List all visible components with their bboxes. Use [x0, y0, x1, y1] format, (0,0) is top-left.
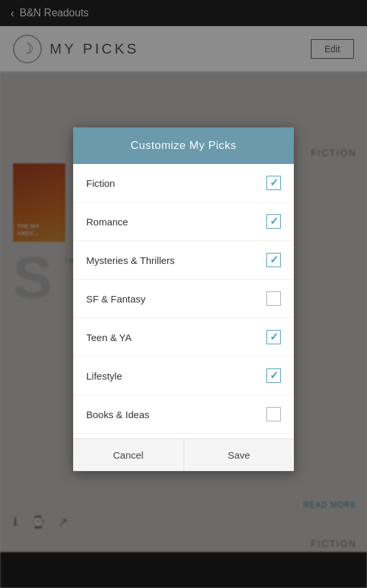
- checkbox-fiction[interactable]: ✓: [266, 176, 281, 190]
- dialog-item-romance[interactable]: Romance✓: [73, 203, 294, 241]
- save-button[interactable]: Save: [184, 439, 295, 471]
- dialog-item-books-ideas[interactable]: Books & Ideas: [73, 395, 294, 434]
- checkbox-books-ideas[interactable]: [266, 407, 281, 421]
- item-label-books-ideas: Books & Ideas: [86, 409, 150, 420]
- dialog-item-mysteries-thrillers[interactable]: Mysteries & Thrillers✓: [73, 241, 294, 280]
- dialog-header: Customize My Picks: [73, 127, 294, 164]
- checkmark-teen-ya: ✓: [270, 332, 278, 342]
- checkbox-mysteries-thrillers[interactable]: ✓: [266, 253, 281, 267]
- dialog-footer: Cancel Save: [73, 438, 294, 471]
- item-label-mysteries-thrillers: Mysteries & Thrillers: [86, 255, 175, 266]
- item-label-fiction: Fiction: [86, 178, 115, 189]
- customize-dialog: Customize My Picks Fiction✓Romance✓Myste…: [73, 127, 294, 471]
- item-label-sf-fantasy: SF & Fantasy: [86, 293, 146, 304]
- dialog-item-fiction[interactable]: Fiction✓: [73, 164, 294, 203]
- cancel-button[interactable]: Cancel: [73, 439, 184, 471]
- dialog-item-sf-fantasy[interactable]: SF & Fantasy: [73, 280, 294, 318]
- checkmark-mysteries-thrillers: ✓: [270, 255, 278, 265]
- item-label-lifestyle: Lifestyle: [86, 370, 122, 382]
- checkbox-teen-ya[interactable]: ✓: [266, 330, 281, 344]
- checkmark-lifestyle: ✓: [270, 370, 278, 381]
- dialog-body: Fiction✓Romance✓Mysteries & Thrillers✓SF…: [73, 164, 294, 438]
- dialog-title: Customize My Picks: [131, 139, 236, 152]
- checkmark-romance: ✓: [270, 216, 278, 227]
- dialog-item-lifestyle[interactable]: Lifestyle✓: [73, 357, 294, 395]
- checkbox-lifestyle[interactable]: ✓: [266, 368, 281, 383]
- dialog-item-science-tech[interactable]: Science & Tech: [73, 434, 294, 438]
- dialog-item-teen-ya[interactable]: Teen & YA✓: [73, 318, 294, 357]
- checkbox-romance[interactable]: ✓: [266, 214, 281, 229]
- item-label-romance: Romance: [86, 216, 128, 227]
- checkmark-fiction: ✓: [270, 178, 278, 188]
- item-label-teen-ya: Teen & YA: [86, 332, 132, 343]
- checkbox-sf-fantasy[interactable]: [266, 291, 281, 306]
